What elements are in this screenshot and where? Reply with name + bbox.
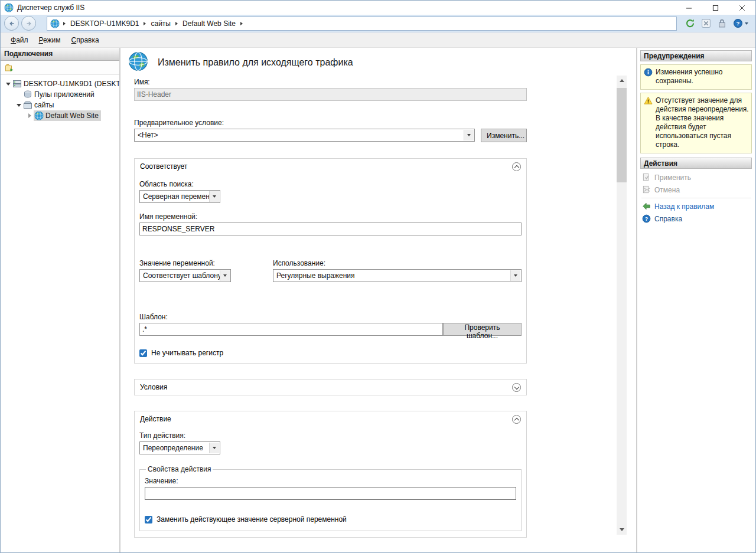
scope-select[interactable]: Серверная переменн <box>139 190 220 203</box>
warning-icon <box>644 96 653 105</box>
action-value-input[interactable] <box>145 487 516 500</box>
main-content: Изменить правило для исходящего трафика … <box>120 48 637 552</box>
menu-help[interactable]: Справка <box>66 34 105 47</box>
precondition-edit-button[interactable]: Изменить... <box>481 129 527 142</box>
pattern-label: Шаблон: <box>139 313 522 321</box>
usage-select[interactable]: Регулярные выражения <box>273 269 522 282</box>
operand-label: Значение переменной: <box>139 259 273 267</box>
tree-item-server[interactable]: DESKTOP-U1MK9D1 (DESKTOI <box>1 78 119 89</box>
vertical-scrollbar[interactable] <box>617 76 627 535</box>
refresh-icon[interactable] <box>685 18 695 28</box>
chevron-down-icon[interactable] <box>209 443 219 453</box>
breadcrumb: DESKTOP-U1MK9D1 сайты Default Web Site <box>47 17 677 31</box>
test-pattern-button[interactable]: Проверить шаблон... <box>443 323 522 336</box>
alert-text: Отсутствует значение для действия переоп… <box>656 96 749 149</box>
titlebar: Диспетчер служб IIS <box>1 1 755 15</box>
menu-view[interactable]: Режим <box>34 34 66 47</box>
folder-icon <box>5 63 14 73</box>
breadcrumb-separator-icon[interactable] <box>175 22 178 25</box>
back-to-rules-link[interactable]: Назад к правилам <box>641 200 752 212</box>
window-title: Диспетчер служб IIS <box>17 4 676 12</box>
tree-expand-icon[interactable] <box>15 104 23 107</box>
back-arrow-icon <box>642 202 651 211</box>
connections-tree: DESKTOP-U1MK9D1 (DESKTOI Пулы приложений… <box>1 75 119 552</box>
scroll-up-button[interactable] <box>617 76 627 86</box>
page-globe-icon <box>128 51 148 73</box>
cancel-button: Отмена <box>641 184 752 196</box>
actions-panel-header: Действия <box>640 158 752 169</box>
chevron-down-icon[interactable] <box>510 270 520 281</box>
page-title: Изменить правило для исходящего трафика <box>158 57 353 68</box>
cancel-icon <box>642 185 651 194</box>
help-link[interactable]: ? Справка <box>641 212 752 225</box>
menu-file[interactable]: Файл <box>5 34 34 47</box>
variable-name-input[interactable] <box>139 222 522 235</box>
back-button[interactable] <box>4 16 19 31</box>
collapse-icon[interactable] <box>512 415 521 424</box>
close-button[interactable] <box>729 1 755 15</box>
forward-button[interactable] <box>21 16 36 31</box>
connections-panel-header: Подключения <box>1 48 119 61</box>
app-globe-icon <box>4 3 14 12</box>
usage-label: Использование: <box>273 259 522 267</box>
sites-icon <box>23 100 32 110</box>
breadcrumb-separator-icon[interactable] <box>63 22 66 25</box>
lock-icon[interactable] <box>717 18 727 28</box>
breadcrumb-item-sites[interactable]: сайты <box>147 17 174 30</box>
chevron-down-icon[interactable] <box>220 270 230 281</box>
breadcrumb-item-default-web-site[interactable]: Default Web Site <box>179 17 239 30</box>
right-panel: Предупреждения Изменения успешно сохране… <box>637 48 755 552</box>
replace-value-checkbox[interactable] <box>145 516 152 523</box>
stop-icon[interactable] <box>701 18 711 28</box>
action-section: Действие Тип действия: Переопределение С… <box>134 411 527 538</box>
maximize-button[interactable] <box>702 1 729 15</box>
tree-item-sites[interactable]: сайты <box>1 100 119 110</box>
breadcrumb-separator-icon[interactable] <box>144 22 146 25</box>
match-section-header[interactable]: Соответствует <box>135 159 526 174</box>
tree-item-app-pools[interactable]: Пулы приложений <box>1 89 119 100</box>
expand-icon[interactable] <box>512 383 521 392</box>
scroll-down-button[interactable] <box>617 525 627 535</box>
action-section-header[interactable]: Действие <box>135 411 526 427</box>
variable-name-label: Имя переменной: <box>139 212 522 221</box>
precondition-label: Предварительное условие: <box>134 119 527 127</box>
ignore-case-label: Не учитывать регистр <box>151 349 223 357</box>
menu-bar: Файл Режим Справка <box>1 32 755 48</box>
action-value-label: Значение: <box>145 477 516 485</box>
ignore-case-checkbox[interactable] <box>139 349 147 357</box>
tree-item-label: Default Web Site <box>45 112 99 120</box>
help-icon[interactable]: ? <box>733 18 748 28</box>
info-icon <box>644 68 653 77</box>
conditions-section: Условия <box>134 379 527 395</box>
new-connection-button[interactable] <box>4 62 15 74</box>
site-globe-icon <box>34 111 44 120</box>
rule-name-label: Имя: <box>134 78 527 86</box>
action-type-label: Тип действия: <box>139 431 522 440</box>
svg-text:?: ? <box>737 20 740 27</box>
collapse-icon[interactable] <box>512 162 521 171</box>
address-globe-icon[interactable] <box>50 19 60 28</box>
action-properties-group: Свойства действия Значение: Заменить дей… <box>139 465 522 531</box>
tree-item-label: сайты <box>34 101 54 109</box>
pattern-input[interactable] <box>139 323 443 336</box>
help-circle-icon: ? <box>642 214 651 223</box>
tree-item-default-web-site[interactable]: Default Web Site <box>1 110 119 121</box>
connections-panel: Подключения DESKTOP-U1MK9D1 (DESKTOI <box>1 48 120 552</box>
conditions-section-header[interactable]: Условия <box>135 379 526 395</box>
tree-selection[interactable]: Default Web Site <box>34 110 101 121</box>
scrollbar-thumb[interactable] <box>617 88 627 182</box>
chevron-down-icon[interactable] <box>209 191 219 202</box>
actions-list: Применить Отмена Назад к правилам <box>640 169 752 225</box>
chevron-down-icon[interactable] <box>464 130 474 140</box>
minimize-button[interactable] <box>676 1 702 15</box>
tree-expand-icon[interactable] <box>4 83 12 86</box>
action-type-select[interactable]: Переопределение <box>139 441 220 454</box>
precondition-select[interactable]: <Нет> <box>134 129 475 142</box>
match-section: Соответствует Область поиска: Серверная … <box>134 158 527 364</box>
tree-item-label: Пулы приложений <box>34 90 94 99</box>
breadcrumb-separator-icon[interactable] <box>240 22 243 25</box>
tree-expand-icon[interactable] <box>25 113 34 118</box>
operand-select[interactable]: Соответствует шаблону <box>139 269 231 282</box>
action-properties-legend: Свойства действия <box>146 465 213 473</box>
breadcrumb-item-server[interactable]: DESKTOP-U1MK9D1 <box>67 17 142 30</box>
